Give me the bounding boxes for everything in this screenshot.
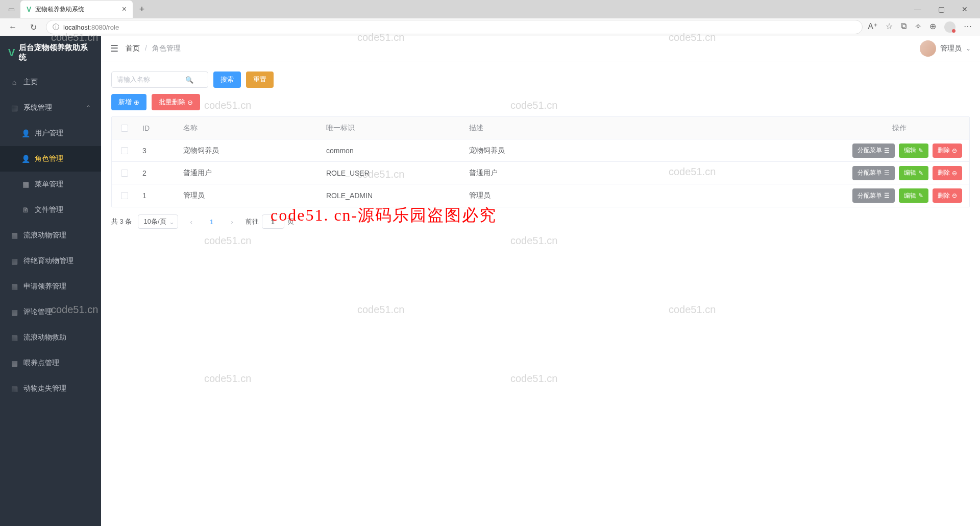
goto-page-input[interactable] [262,214,284,229]
sidebar-item-文件管理[interactable]: 🗎文件管理 [0,197,101,223]
search-input[interactable]: 请输入名称 🔍 [111,71,208,88]
minus-circle-icon: ⊖ [187,99,193,106]
reset-button[interactable]: 重置 [246,71,274,88]
favorite-icon[interactable]: ☆ [886,21,893,33]
sidebar-item-系统管理[interactable]: ▦系统管理⌃ [0,95,101,121]
cell-name: 宠物饲养员 [178,146,321,155]
window-controls: — ▢ ✕ [911,5,980,13]
tab-title: 宠物领养救助系统 [35,5,117,14]
sidebar-item-label: 主页 [23,78,38,87]
page-header: ☰ 首页 / 角色管理 管理员 ⌄ [101,36,980,61]
url-port: :8080 [89,23,106,31]
collections-icon[interactable]: ⧉ [901,21,906,33]
sidebar-item-label: 菜单管理 [35,180,63,189]
chevron-up-icon: ⌃ [86,104,91,111]
breadcrumb-home[interactable]: 首页 [126,44,140,53]
collapse-sidebar-icon[interactable]: ☰ [110,43,118,54]
delete-button[interactable]: 删除 ⊖ [933,166,962,180]
new-tab-button[interactable]: + [135,2,149,16]
search-placeholder: 请输入名称 [117,75,150,84]
sidebar-item-label: 评论管理 [23,307,52,317]
cell-desc: 宠物饲养员 [464,146,831,155]
page-size-select[interactable]: 10条/页 [138,214,178,229]
edit-button[interactable]: 编辑 ✎ [899,188,928,203]
cell-id: 1 [137,192,178,200]
assign-menu-button[interactable]: 分配菜单 ☰ [852,144,895,158]
delete-button[interactable]: 删除 ⊖ [933,144,962,158]
edit-button[interactable]: 编辑 ✎ [899,144,928,158]
next-page-button[interactable]: › [225,214,239,229]
cell-name: 普通用户 [178,169,321,178]
site-info-icon[interactable]: ⓘ [53,22,59,32]
address-bar: ← ↻ ⓘ localhost:8080/role A⁺ ☆ ⧉ ✧ ⊕ ⋯ [0,18,980,36]
cell-ops: 分配菜单 ☰ 编辑 ✎ 删除 ⊖ [831,166,969,180]
sidebar-item-label: 流浪动物救助 [23,333,66,342]
edit-icon: ✎ [918,170,923,177]
grid-icon: ▦ [10,104,18,112]
sidebar-item-主页[interactable]: ⌂主页 [0,69,101,95]
doc-icon: 🗎 [21,206,30,214]
sidebar-item-申请领养管理[interactable]: ▦申请领养管理 [0,274,101,299]
chevron-down-icon: ⌄ [966,45,971,52]
sidebar-item-流浪动物管理[interactable]: ▦流浪动物管理 [0,223,101,248]
more-icon[interactable]: ⋯ [964,21,972,33]
batch-delete-button[interactable]: 批量删除 ⊖ [152,94,200,110]
sidebar-item-评论管理[interactable]: ▦评论管理 [0,299,101,325]
tab-close-icon[interactable]: × [122,5,127,14]
refresh-button[interactable]: ↻ [26,19,41,35]
url-path: /role [106,23,119,31]
cell-key: ROLE_ADMIN [321,192,464,200]
user-solid-icon: 👤 [21,155,30,163]
menu-icon: ☰ [884,170,890,177]
menu-icon: ☰ [884,147,890,154]
delete-button[interactable]: 删除 ⊖ [933,188,962,203]
breadcrumb: 首页 / 角色管理 [126,44,181,53]
sidebar-item-动物走失管理[interactable]: ▦动物走失管理 [0,376,101,401]
add-button[interactable]: 新增 ⊕ [111,94,146,110]
app-icon[interactable]: ⊕ [929,21,936,33]
page-number[interactable]: 1 [205,214,219,229]
row-checkbox[interactable] [121,192,128,199]
prev-page-button[interactable]: ‹ [184,214,199,229]
sidebar-item-流浪动物救助[interactable]: ▦流浪动物救助 [0,325,101,350]
pagination: 共 3 条 10条/页 ‹ 1 › 前往 页 [111,214,970,229]
header-name: 名称 [178,124,321,133]
main-panel: ☰ 首页 / 角色管理 管理员 ⌄ 请输入名称 🔍 搜索 重置 [101,36,980,526]
tab-list-button[interactable]: ▭ [4,2,18,16]
extensions-icon[interactable]: ✧ [915,21,921,33]
sidebar-item-label: 文件管理 [35,205,63,214]
user-menu[interactable]: 管理员 ⌄ [920,40,971,57]
sidebar-item-用户管理[interactable]: 👤用户管理 [0,121,101,146]
table-row: 1 管理员 ROLE_ADMIN 管理员 分配菜单 ☰ 编辑 ✎ 删除 ⊖ [112,184,969,207]
close-window-button[interactable]: ✕ [958,5,972,13]
sidebar-item-待绝育动物管理[interactable]: ▦待绝育动物管理 [0,248,101,274]
plus-circle-icon: ⊕ [134,99,139,106]
select-all-checkbox[interactable] [121,125,128,132]
logo-icon: V [8,47,15,59]
assign-menu-button[interactable]: 分配菜单 ☰ [852,188,895,203]
minus-circle-icon: ⊖ [952,170,957,177]
browser-tab[interactable]: V 宠物领养救助系统 × [20,1,133,18]
sidebar-item-角色管理[interactable]: 👤角色管理 [0,146,101,172]
sidebar-item-菜单管理[interactable]: ▦菜单管理 [0,172,101,197]
minimize-button[interactable]: — [911,5,925,13]
row-checkbox[interactable] [121,147,128,154]
cell-key: common [321,147,464,155]
back-button[interactable]: ← [5,19,20,35]
profile-avatar-icon[interactable] [944,21,955,33]
grid-icon: ▦ [21,180,30,188]
read-aloud-icon[interactable]: A⁺ [868,21,877,33]
row-checkbox[interactable] [121,170,128,177]
header-ops: 操作 [831,124,969,133]
search-icon: 🔍 [185,76,193,84]
app-logo: V 后台宠物领养救助系统 [0,36,101,69]
search-toolbar: 请输入名称 🔍 搜索 重置 [111,71,970,88]
maximize-button[interactable]: ▢ [934,5,948,13]
edit-icon: ✎ [918,147,923,154]
sidebar-item-喂养点管理[interactable]: ▦喂养点管理 [0,350,101,376]
sidebar-item-label: 用户管理 [35,129,63,138]
search-button[interactable]: 搜索 [213,71,241,88]
edit-button[interactable]: 编辑 ✎ [899,166,928,180]
url-input[interactable]: ⓘ localhost:8080/role [46,20,863,34]
assign-menu-button[interactable]: 分配菜单 ☰ [852,166,895,180]
